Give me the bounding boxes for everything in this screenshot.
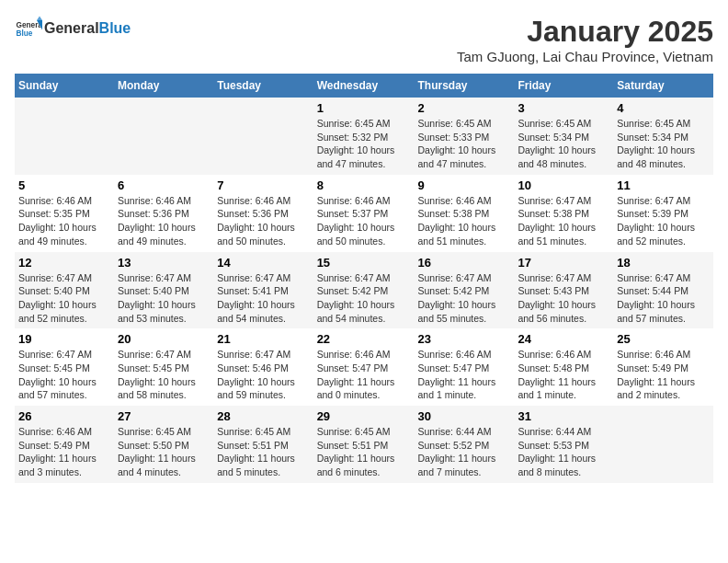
- calendar-cell: 6Sunrise: 6:46 AMSunset: 5:36 PMDaylight…: [114, 175, 213, 252]
- col-sunday: Sunday: [15, 74, 114, 98]
- day-info: Sunrise: 6:47 AMSunset: 5:45 PMDaylight:…: [18, 348, 110, 402]
- calendar-cell: 10Sunrise: 6:47 AMSunset: 5:38 PMDayligh…: [514, 175, 613, 252]
- day-info: Sunrise: 6:46 AMSunset: 5:36 PMDaylight:…: [217, 194, 309, 248]
- day-number: 20: [118, 332, 210, 346]
- day-info: Sunrise: 6:45 AMSunset: 5:34 PMDaylight:…: [617, 117, 710, 171]
- calendar-cell: 20Sunrise: 6:47 AMSunset: 5:45 PMDayligh…: [114, 328, 213, 406]
- day-number: 24: [518, 332, 609, 346]
- day-info: Sunrise: 6:47 AMSunset: 5:40 PMDaylight:…: [118, 271, 210, 326]
- logo-icon: General Blue: [15, 15, 42, 42]
- calendar-table: Sunday Monday Tuesday Wednesday Thursday…: [15, 74, 713, 483]
- day-info: Sunrise: 6:46 AMSunset: 5:49 PMDaylight:…: [617, 348, 710, 402]
- calendar-header: Sunday Monday Tuesday Wednesday Thursday…: [15, 74, 713, 98]
- day-info: Sunrise: 6:45 AMSunset: 5:33 PMDaylight:…: [418, 117, 511, 171]
- col-thursday: Thursday: [415, 74, 515, 98]
- calendar-body: 1Sunrise: 6:45 AMSunset: 5:32 PMDaylight…: [15, 98, 713, 483]
- calendar-cell: [213, 98, 313, 175]
- calendar-cell: 16Sunrise: 6:47 AMSunset: 5:42 PMDayligh…: [415, 252, 515, 329]
- day-info: Sunrise: 6:45 AMSunset: 5:51 PMDaylight:…: [217, 425, 309, 479]
- calendar-cell: 28Sunrise: 6:45 AMSunset: 5:51 PMDayligh…: [213, 406, 313, 483]
- day-info: Sunrise: 6:45 AMSunset: 5:34 PMDaylight:…: [518, 117, 609, 171]
- calendar-cell: 26Sunrise: 6:46 AMSunset: 5:49 PMDayligh…: [15, 406, 114, 483]
- day-info: Sunrise: 6:47 AMSunset: 5:38 PMDaylight:…: [518, 194, 609, 248]
- header-row: Sunday Monday Tuesday Wednesday Thursday…: [15, 74, 713, 98]
- calendar-cell: 3Sunrise: 6:45 AMSunset: 5:34 PMDaylight…: [514, 98, 613, 175]
- day-number: 7: [217, 178, 309, 192]
- calendar-cell: 4Sunrise: 6:45 AMSunset: 5:34 PMDaylight…: [613, 98, 713, 175]
- col-monday: Monday: [114, 74, 213, 98]
- col-friday: Friday: [514, 74, 613, 98]
- day-number: 3: [518, 101, 609, 115]
- day-number: 26: [18, 409, 110, 423]
- calendar-cell: 5Sunrise: 6:46 AMSunset: 5:35 PMDaylight…: [15, 175, 114, 252]
- day-info: Sunrise: 6:45 AMSunset: 5:50 PMDaylight:…: [118, 425, 210, 479]
- col-tuesday: Tuesday: [213, 74, 313, 98]
- day-info: Sunrise: 6:46 AMSunset: 5:47 PMDaylight:…: [317, 348, 411, 402]
- calendar-cell: 18Sunrise: 6:47 AMSunset: 5:44 PMDayligh…: [613, 252, 713, 329]
- day-number: 11: [617, 178, 710, 192]
- calendar-cell: [114, 98, 213, 175]
- title-block: January 2025 Tam GJuong, Lai Chau Provin…: [457, 15, 713, 64]
- day-number: 6: [118, 178, 210, 192]
- calendar-week-3: 12Sunrise: 6:47 AMSunset: 5:40 PMDayligh…: [15, 252, 713, 329]
- day-number: 13: [118, 256, 210, 270]
- day-number: 9: [418, 178, 511, 192]
- calendar-week-2: 5Sunrise: 6:46 AMSunset: 5:35 PMDaylight…: [15, 175, 713, 252]
- calendar-cell: 21Sunrise: 6:47 AMSunset: 5:46 PMDayligh…: [213, 328, 313, 406]
- day-number: 1: [317, 101, 411, 115]
- month-title: January 2025: [457, 15, 713, 49]
- day-number: 27: [118, 409, 210, 423]
- day-info: Sunrise: 6:44 AMSunset: 5:52 PMDaylight:…: [418, 425, 511, 479]
- day-number: 28: [217, 409, 309, 423]
- calendar-cell: 19Sunrise: 6:47 AMSunset: 5:45 PMDayligh…: [15, 328, 114, 406]
- day-info: Sunrise: 6:44 AMSunset: 5:53 PMDaylight:…: [518, 425, 609, 479]
- calendar-cell: 23Sunrise: 6:46 AMSunset: 5:47 PMDayligh…: [415, 328, 515, 406]
- day-number: 25: [617, 332, 710, 346]
- logo-general-text: General: [44, 20, 99, 36]
- day-number: 30: [418, 409, 511, 423]
- calendar-cell: 11Sunrise: 6:47 AMSunset: 5:39 PMDayligh…: [613, 175, 713, 252]
- day-info: Sunrise: 6:47 AMSunset: 5:42 PMDaylight:…: [317, 271, 411, 326]
- day-number: 23: [418, 332, 511, 346]
- day-number: 19: [18, 332, 110, 346]
- calendar-cell: 7Sunrise: 6:46 AMSunset: 5:36 PMDaylight…: [213, 175, 313, 252]
- logo: General Blue GeneralBlue: [15, 15, 131, 42]
- col-saturday: Saturday: [613, 74, 713, 98]
- day-info: Sunrise: 6:46 AMSunset: 5:38 PMDaylight:…: [418, 194, 511, 248]
- day-info: Sunrise: 6:46 AMSunset: 5:49 PMDaylight:…: [18, 425, 110, 479]
- day-info: Sunrise: 6:46 AMSunset: 5:36 PMDaylight:…: [118, 194, 210, 248]
- day-info: Sunrise: 6:46 AMSunset: 5:37 PMDaylight:…: [317, 194, 411, 248]
- calendar-cell: 9Sunrise: 6:46 AMSunset: 5:38 PMDaylight…: [415, 175, 515, 252]
- day-number: 18: [617, 256, 710, 270]
- calendar-cell: [613, 406, 713, 483]
- day-number: 22: [317, 332, 411, 346]
- day-info: Sunrise: 6:46 AMSunset: 5:35 PMDaylight:…: [18, 194, 110, 248]
- day-info: Sunrise: 6:47 AMSunset: 5:44 PMDaylight:…: [617, 271, 710, 326]
- calendar-cell: 12Sunrise: 6:47 AMSunset: 5:40 PMDayligh…: [15, 252, 114, 329]
- day-number: 17: [518, 256, 609, 270]
- day-number: 29: [317, 409, 411, 423]
- day-number: 12: [18, 256, 110, 270]
- calendar-week-1: 1Sunrise: 6:45 AMSunset: 5:32 PMDaylight…: [15, 98, 713, 175]
- calendar-cell: 24Sunrise: 6:46 AMSunset: 5:48 PMDayligh…: [514, 328, 613, 406]
- calendar-week-4: 19Sunrise: 6:47 AMSunset: 5:45 PMDayligh…: [15, 328, 713, 406]
- page-header: General Blue GeneralBlue January 2025 Ta…: [15, 15, 713, 64]
- calendar-cell: 31Sunrise: 6:44 AMSunset: 5:53 PMDayligh…: [514, 406, 613, 483]
- calendar-cell: 15Sunrise: 6:47 AMSunset: 5:42 PMDayligh…: [313, 252, 415, 329]
- day-number: 16: [418, 256, 511, 270]
- col-wednesday: Wednesday: [313, 74, 415, 98]
- calendar-cell: 30Sunrise: 6:44 AMSunset: 5:52 PMDayligh…: [415, 406, 515, 483]
- day-number: 5: [18, 178, 110, 192]
- day-info: Sunrise: 6:47 AMSunset: 5:42 PMDaylight:…: [418, 271, 511, 326]
- logo-blue-text: Blue: [99, 20, 131, 36]
- day-info: Sunrise: 6:45 AMSunset: 5:32 PMDaylight:…: [317, 117, 411, 171]
- day-number: 21: [217, 332, 309, 346]
- day-number: 8: [317, 178, 411, 192]
- day-info: Sunrise: 6:47 AMSunset: 5:40 PMDaylight:…: [18, 271, 110, 326]
- calendar-cell: 27Sunrise: 6:45 AMSunset: 5:50 PMDayligh…: [114, 406, 213, 483]
- calendar-cell: 1Sunrise: 6:45 AMSunset: 5:32 PMDaylight…: [313, 98, 415, 175]
- calendar-week-5: 26Sunrise: 6:46 AMSunset: 5:49 PMDayligh…: [15, 406, 713, 483]
- calendar-cell: 8Sunrise: 6:46 AMSunset: 5:37 PMDaylight…: [313, 175, 415, 252]
- day-number: 2: [418, 101, 511, 115]
- day-number: 15: [317, 256, 411, 270]
